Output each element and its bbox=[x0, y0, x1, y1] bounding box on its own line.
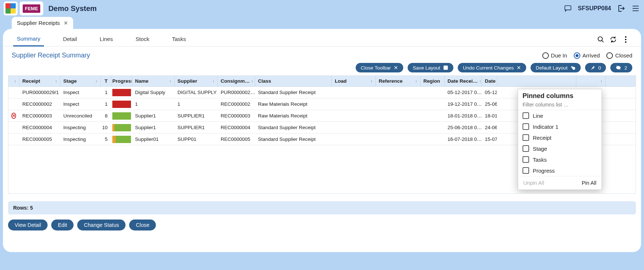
pinned-option[interactable]: Line bbox=[518, 110, 602, 121]
cell-name: Supplier01 bbox=[132, 134, 175, 145]
close-toolbar-button[interactable]: Close Toolbar ✕ bbox=[356, 63, 403, 72]
tab-lines[interactable]: Lines bbox=[96, 33, 117, 46]
cell-supplier: DIGITAL SUPPLY bbox=[175, 87, 218, 98]
cell-task-count: 8 bbox=[101, 110, 112, 121]
cell-stage: Inspect bbox=[60, 87, 101, 98]
svg-point-4 bbox=[598, 37, 603, 41]
subheader: Supplier Receipt Summary Due In Arrived … bbox=[3, 46, 641, 61]
col-trailing[interactable]: ↑ bbox=[576, 76, 606, 86]
col-label: Date Recei… bbox=[448, 78, 478, 84]
default-layout-button[interactable]: Default Layout bbox=[531, 63, 581, 72]
cell-task-count: 1 bbox=[101, 87, 112, 98]
checkbox-icon[interactable] bbox=[523, 134, 529, 141]
pinned-option[interactable]: Receipt bbox=[518, 132, 602, 143]
svg-rect-10 bbox=[445, 68, 447, 70]
cell-progress bbox=[112, 110, 132, 121]
table-header-row: ↑ Receipt↑ Stage↑ T Progress Name↑ Suppl… bbox=[8, 76, 636, 87]
cell-name: 1 bbox=[132, 98, 175, 110]
eye-off-icon bbox=[615, 65, 621, 70]
pin-icon bbox=[590, 65, 595, 70]
checkbox-icon[interactable] bbox=[523, 112, 529, 119]
cell-stage: Inspect bbox=[60, 98, 101, 110]
checkbox-icon[interactable] bbox=[523, 123, 529, 130]
tab-detail[interactable]: Detail bbox=[59, 33, 80, 46]
col-label: T bbox=[105, 78, 108, 84]
kebab-menu-icon[interactable] bbox=[621, 35, 630, 44]
col-region[interactable]: Region bbox=[420, 76, 445, 86]
cell-task-count: 5 bbox=[101, 134, 112, 145]
col-receipt[interactable]: Receipt↑ bbox=[19, 76, 60, 86]
close-icon[interactable]: ✕ bbox=[64, 20, 68, 26]
cell-stage: Inspecting bbox=[60, 122, 101, 133]
checkbox-icon[interactable] bbox=[523, 156, 529, 163]
radio-arrived[interactable]: Arrived bbox=[574, 52, 600, 59]
app-tab-supplier-receipts[interactable]: Supplier Receipts ✕ bbox=[12, 17, 73, 29]
status-bar: Rows: 5 bbox=[8, 201, 636, 214]
cell-stage: Inspecting bbox=[60, 134, 101, 145]
cell-supplier: SUPPLIER1 bbox=[175, 122, 218, 133]
view-detail-button[interactable]: View Detail bbox=[8, 220, 48, 230]
col-supplier[interactable]: Supplier↑ bbox=[175, 76, 218, 86]
pinned-option[interactable]: Progress bbox=[518, 165, 602, 176]
cell-class: Raw Materials Receipt bbox=[255, 98, 332, 110]
tab-tasks[interactable]: Tasks bbox=[168, 33, 190, 46]
cell-date-arrived: 15-07- bbox=[482, 134, 497, 145]
logout-icon[interactable] bbox=[616, 4, 626, 13]
pinned-option[interactable]: Stage bbox=[518, 143, 602, 154]
col-indicator[interactable]: ↑ bbox=[8, 76, 19, 86]
radio-label: Due In bbox=[551, 52, 567, 59]
col-load[interactable]: Load↑ bbox=[332, 76, 376, 86]
save-layout-button[interactable]: Save Layout bbox=[408, 63, 453, 72]
col-progress[interactable]: Progress bbox=[112, 76, 132, 86]
unpin-all-button[interactable]: Unpin All bbox=[523, 180, 544, 186]
tab-summary[interactable]: Summary bbox=[13, 33, 44, 46]
progress-bar bbox=[112, 101, 131, 108]
col-reference[interactable]: Reference↑ bbox=[376, 76, 420, 86]
pin-all-button[interactable]: Pin All bbox=[582, 180, 596, 186]
checkbox-icon[interactable] bbox=[523, 145, 529, 152]
hidden-columns-button[interactable]: 2 bbox=[610, 63, 632, 72]
cell-progress bbox=[112, 122, 132, 133]
cell-reference bbox=[376, 110, 420, 121]
col-class[interactable]: Class bbox=[255, 76, 332, 86]
undo-changes-button[interactable]: Undo Current Changes ✕ bbox=[458, 63, 526, 72]
chat-icon[interactable] bbox=[563, 4, 573, 13]
search-icon[interactable] bbox=[596, 35, 605, 44]
refresh-icon[interactable] bbox=[609, 35, 618, 44]
col-label: Class bbox=[258, 78, 271, 84]
cell-consignment: REC0000004 bbox=[218, 122, 255, 133]
pinned-columns-button[interactable]: 0 bbox=[585, 63, 606, 72]
tab-stock[interactable]: Stock bbox=[132, 33, 153, 46]
col-label: Load bbox=[335, 78, 347, 84]
inner-tabs: Summary Detail Lines Stock Tasks bbox=[3, 29, 641, 46]
change-status-button[interactable]: Change Status bbox=[77, 220, 126, 230]
data-grid: ↑ Receipt↑ Stage↑ T Progress Name↑ Suppl… bbox=[8, 75, 636, 194]
col-date-arrived[interactable]: Date A bbox=[482, 76, 497, 86]
edit-button[interactable]: Edit bbox=[51, 220, 74, 230]
col-consignment[interactable]: Consignm…↑ bbox=[218, 76, 255, 86]
cell-receipt: REC0000005 bbox=[19, 134, 60, 145]
row-indicator: ✕ bbox=[8, 110, 19, 121]
pinned-option[interactable]: Indicator 1 bbox=[518, 121, 602, 132]
col-name[interactable]: Name↑ bbox=[132, 76, 175, 86]
cell-name: Supplier1 bbox=[132, 110, 175, 121]
radio-closed[interactable]: Closed bbox=[606, 52, 632, 59]
col-tasks-count[interactable]: T bbox=[101, 76, 112, 86]
col-stage[interactable]: Stage↑ bbox=[60, 76, 101, 86]
col-date-received[interactable]: Date Recei…↑ bbox=[445, 76, 482, 86]
cell-class: Raw Materials Receipt bbox=[255, 110, 332, 121]
cell-region bbox=[420, 134, 445, 145]
cell-progress bbox=[112, 87, 132, 98]
hamburger-menu-icon[interactable] bbox=[631, 4, 640, 13]
feme-logo: FEME bbox=[20, 1, 43, 15]
svg-point-8 bbox=[625, 41, 626, 43]
close-icon: ✕ bbox=[517, 65, 521, 71]
rows-label: Rows: bbox=[13, 205, 29, 211]
pinned-filter-input[interactable] bbox=[523, 102, 597, 108]
checkbox-icon[interactable] bbox=[523, 167, 529, 174]
pinned-option[interactable]: Tasks bbox=[518, 154, 602, 165]
pinned-options-list[interactable]: Line Indicator 1 Receipt Stage Tasks Pro… bbox=[518, 110, 602, 176]
radio-due-in[interactable]: Due In bbox=[542, 52, 567, 59]
cell-task-count: 1 bbox=[101, 98, 112, 110]
close-button[interactable]: Close bbox=[129, 220, 156, 230]
